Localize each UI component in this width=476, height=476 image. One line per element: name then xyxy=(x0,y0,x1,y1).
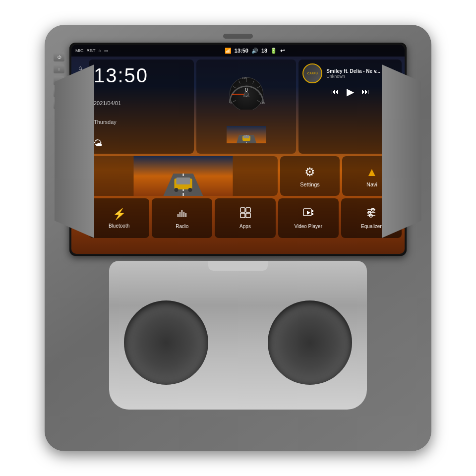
wifi-icon: 📶 xyxy=(225,48,232,54)
main-screen: MIC RST ⌂ ▭ 📶 13:50 🔊 18 🔋 ↩ xyxy=(71,45,405,254)
battery-level: 18 xyxy=(261,48,267,54)
camera-notch xyxy=(223,34,253,39)
video-player-label: Video Player xyxy=(294,224,322,229)
side-flap-left xyxy=(55,64,94,238)
bluetooth-button[interactable]: ⚡ Bluetooth xyxy=(89,198,149,238)
video-icon xyxy=(303,207,314,221)
radio-button[interactable]: Radio xyxy=(152,198,212,238)
navi-icon: ▲ xyxy=(366,165,378,179)
settings-icon: ⚙ xyxy=(304,165,315,179)
vent-hole-left xyxy=(124,300,208,385)
svg-rect-34 xyxy=(240,208,245,212)
prev-button[interactable]: ⏮ xyxy=(331,87,339,96)
status-bar: MIC RST ⌂ ▭ 📶 13:50 🔊 18 🔋 ↩ xyxy=(71,45,405,57)
navi-label: Navi xyxy=(366,181,377,187)
mic-label: MIC xyxy=(75,48,84,53)
next-button[interactable]: ⏭ xyxy=(361,87,369,96)
svg-rect-35 xyxy=(246,208,250,212)
bluetooth-label: Bluetooth xyxy=(109,223,129,229)
video-player-button[interactable]: Video Player xyxy=(278,198,339,238)
side-flap-right xyxy=(382,64,421,238)
radio-icon xyxy=(177,207,187,221)
svg-rect-29 xyxy=(178,214,178,217)
settings-widget[interactable]: ⚙ Settings xyxy=(280,156,340,196)
home-button[interactable]: ⌂ xyxy=(54,64,64,73)
clock-day: Thursday xyxy=(94,119,189,125)
svg-text:120: 120 xyxy=(242,76,247,79)
svg-rect-33 xyxy=(185,213,186,217)
power-button[interactable]: ⏻ xyxy=(54,53,64,61)
window-icon[interactable]: ▭ xyxy=(104,48,109,53)
svg-rect-41 xyxy=(312,213,313,215)
road-spacer xyxy=(89,156,278,196)
clock-display: 13:50 xyxy=(94,64,189,87)
play-button[interactable]: ▶ xyxy=(347,86,354,98)
svg-rect-31 xyxy=(181,210,182,217)
bluetooth-icon: ⚡ xyxy=(113,208,126,221)
svg-rect-32 xyxy=(183,212,184,217)
status-time-area: 📶 13:50 🔊 18 🔋 ↩ xyxy=(225,48,285,54)
radio-label: Radio xyxy=(176,224,188,229)
screen-bezel: ⏻ ⌂ ↩ + - MIC RST ⌂ ▭ 📶 13:50 🔊 18 xyxy=(69,43,407,256)
settings-label: Settings xyxy=(300,181,320,187)
svg-text:km/h: km/h xyxy=(243,95,249,98)
vent-hole-right xyxy=(268,300,352,385)
svg-rect-26 xyxy=(177,178,190,184)
equalizer-label: Equalizer xyxy=(361,224,382,229)
weather-icon: 🌤 xyxy=(94,138,103,149)
car-frame: ⏻ ⌂ ↩ + - MIC RST ⌂ ▭ 📶 13:50 🔊 18 xyxy=(45,25,431,451)
status-left: MIC RST ⌂ ▭ xyxy=(75,48,109,53)
logo-text: CARFU xyxy=(307,72,318,75)
svg-marker-39 xyxy=(307,211,310,215)
home-icon[interactable]: ⌂ xyxy=(99,48,101,53)
main-content-area: ⌂ ↩ + − 13:50 2021/04/01 Thursday xyxy=(71,57,405,254)
svg-text:0: 0 xyxy=(245,87,248,93)
svg-rect-37 xyxy=(246,213,250,218)
svg-point-28 xyxy=(188,188,192,192)
svg-rect-21 xyxy=(243,135,249,138)
apps-button[interactable]: Apps xyxy=(215,198,275,238)
music-logo: CARFU xyxy=(302,63,322,83)
content-grid: 13:50 2021/04/01 Thursday 🌤 xyxy=(89,60,402,251)
svg-rect-36 xyxy=(240,213,245,218)
speedometer-svg: 0 120 240 0 km/h xyxy=(219,70,274,110)
rst-label: RST xyxy=(87,48,96,53)
back-nav-icon[interactable]: ↩ xyxy=(280,48,285,54)
apps-icon xyxy=(240,207,251,221)
apps-label: Apps xyxy=(239,224,251,229)
center-ridge xyxy=(208,261,268,271)
silver-panel xyxy=(109,261,367,410)
battery-icon: 🔋 xyxy=(270,48,277,54)
speedometer-widget: 0 120 240 0 km/h xyxy=(196,60,297,154)
road-view-svg xyxy=(227,126,266,143)
weather-widget: 🌤 xyxy=(94,138,189,149)
volume-icon: 🔊 xyxy=(251,48,258,54)
status-time: 13:50 xyxy=(235,48,248,54)
clock-widget: 13:50 2021/04/01 Thursday 🌤 xyxy=(89,60,194,154)
clock-date: 2021/04/01 xyxy=(94,100,189,106)
svg-text:0: 0 xyxy=(231,102,233,105)
lower-frame xyxy=(69,261,407,410)
middle-row: ⚙ Settings ▲ Navi xyxy=(89,156,402,196)
svg-text:240: 240 xyxy=(259,102,265,105)
top-row: 13:50 2021/04/01 Thursday 🌤 xyxy=(89,60,402,154)
equalizer-icon xyxy=(366,207,377,221)
svg-point-27 xyxy=(175,188,178,192)
svg-rect-40 xyxy=(312,210,313,212)
svg-rect-30 xyxy=(179,212,180,217)
bottom-row: ⚡ Bluetooth xyxy=(89,198,402,238)
